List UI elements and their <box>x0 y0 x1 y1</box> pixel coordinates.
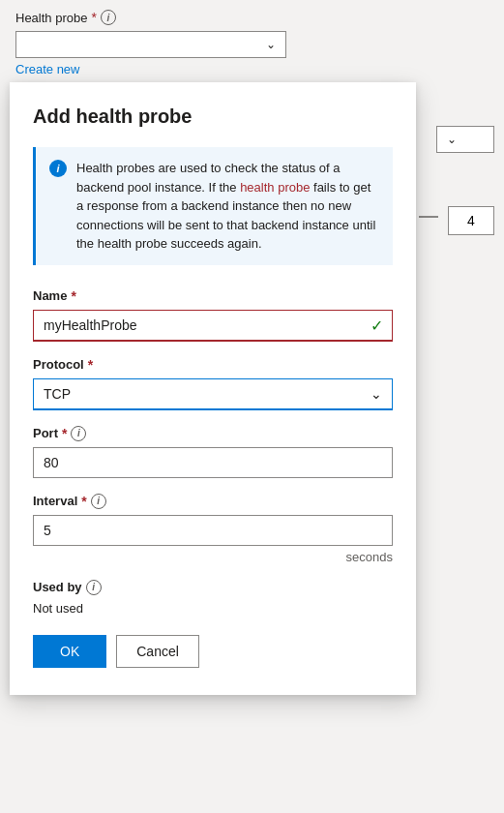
button-row: OK Cancel <box>33 635 393 668</box>
side-number: 4 <box>448 206 494 235</box>
protocol-form-group: Protocol * TCP ⌄ <box>33 357 393 410</box>
name-label: Name * <box>33 288 393 304</box>
interval-label: Interval * i <box>33 494 393 509</box>
side-line <box>419 216 438 218</box>
seconds-label: seconds <box>33 550 393 564</box>
name-form-group: Name * ✓ <box>33 288 393 342</box>
interval-input[interactable] <box>33 515 393 546</box>
port-info-icon[interactable]: i <box>71 426 86 441</box>
used-by-label: Used by i <box>33 580 393 595</box>
info-box-text: Health probes are used to check the stat… <box>76 159 379 254</box>
info-text-highlight: health probe <box>240 180 310 195</box>
used-by-group: Used by i Not used <box>33 580 393 616</box>
port-required-star: * <box>62 426 67 441</box>
create-new-link[interactable]: Create new <box>15 62 79 76</box>
add-health-probe-modal: Add health probe i Health probes are use… <box>10 82 416 695</box>
modal-title: Add health probe <box>33 105 393 128</box>
health-probe-info-icon[interactable]: i <box>101 10 116 25</box>
info-box-icon: i <box>49 160 67 177</box>
name-input[interactable] <box>33 310 393 342</box>
port-input[interactable] <box>33 447 393 478</box>
interval-required-star: * <box>81 494 86 509</box>
health-probe-required: * <box>91 10 96 25</box>
name-input-wrapper: ✓ <box>33 310 393 342</box>
protocol-chevron-icon: ⌄ <box>371 386 382 402</box>
protocol-value: TCP <box>44 386 71 402</box>
protocol-required-star: * <box>88 357 93 373</box>
ok-button[interactable]: OK <box>33 635 106 668</box>
interval-info-icon[interactable]: i <box>91 494 106 509</box>
health-probe-chevron-icon: ⌄ <box>266 38 276 51</box>
name-required-star: * <box>71 288 75 304</box>
side-dropdown[interactable]: ⌄ <box>436 126 494 153</box>
health-probe-dropdown[interactable]: ⌄ <box>15 31 286 58</box>
port-label: Port * i <box>33 426 393 441</box>
interval-form-group: Interval * i seconds <box>33 494 393 564</box>
used-by-value: Not used <box>33 601 393 616</box>
info-box: i Health probes are used to check the st… <box>33 147 393 265</box>
used-by-info-icon[interactable]: i <box>86 580 102 595</box>
health-probe-label: Health probe <box>15 11 87 25</box>
port-form-group: Port * i <box>33 426 393 478</box>
protocol-select[interactable]: TCP ⌄ <box>33 378 393 410</box>
cancel-button[interactable]: Cancel <box>116 635 199 668</box>
protocol-label: Protocol * <box>33 357 393 373</box>
name-check-icon: ✓ <box>371 316 383 335</box>
side-dropdown-chevron-icon: ⌄ <box>447 133 457 146</box>
